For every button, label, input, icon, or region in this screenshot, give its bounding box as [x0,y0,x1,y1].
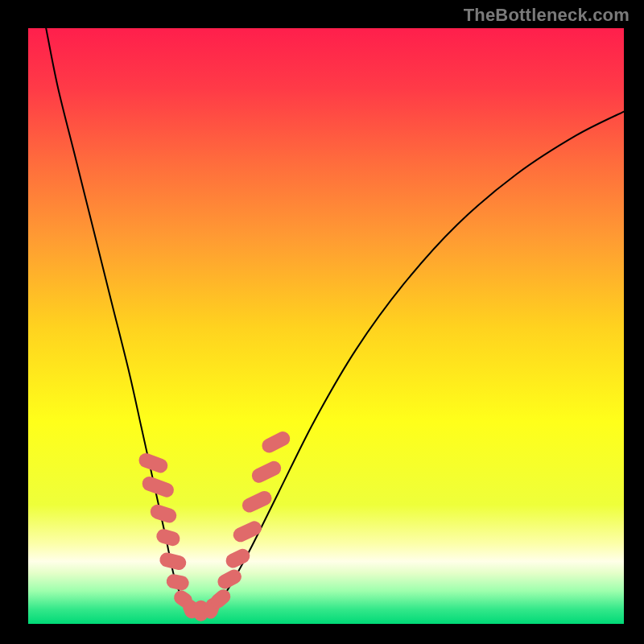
curve-markers [137,429,292,621]
curve-marker [140,474,175,499]
bottleneck-curve [46,28,624,613]
curve-marker [231,518,264,544]
curve-marker [137,452,170,475]
curve-marker [259,429,292,456]
curve-marker [165,573,190,592]
curve-marker [224,547,253,571]
curve-marker [250,459,283,485]
plot-area [28,28,624,624]
curve-marker [148,503,178,525]
curve-marker [159,551,188,572]
chart-frame: TheBottleneck.com [0,0,644,644]
curve-layer [28,28,624,624]
watermark-text: TheBottleneck.com [464,5,630,26]
curve-marker [155,527,181,547]
